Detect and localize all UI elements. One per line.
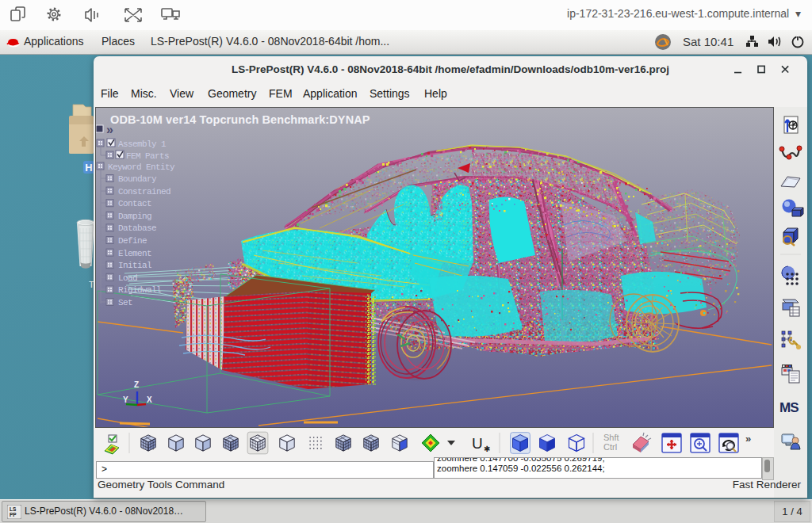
svg-text:Define: Define	[118, 236, 147, 246]
svg-text:»: »	[106, 123, 113, 136]
svg-text:✱: ✱	[484, 445, 490, 453]
svg-text:Constrained: Constrained	[118, 187, 170, 197]
svg-text:Z: Z	[134, 380, 139, 389]
svg-text:X: X	[147, 395, 152, 404]
svg-text:Y: Y	[123, 395, 128, 404]
svg-text:Rigidwall: Rigidwall	[118, 285, 161, 295]
svg-text:LS: LS	[10, 506, 17, 512]
svg-text:Element: Element	[118, 249, 151, 258]
svg-text:Ctrl: Ctrl	[603, 442, 617, 452]
svg-text:Database: Database	[118, 223, 156, 233]
svg-text:FEM Parts: FEM Parts	[126, 151, 169, 161]
svg-text:»: »	[745, 433, 751, 445]
svg-text:H: H	[85, 162, 92, 174]
svg-text:Boundary: Boundary	[118, 174, 157, 184]
svg-text:Set: Set	[118, 298, 132, 307]
svg-text:Assembly 1: Assembly 1	[118, 139, 167, 149]
svg-text:Shft: Shft	[603, 433, 619, 442]
svg-text:ODB-10M ver14 Topcrunch Benchm: ODB-10M ver14 Topcrunch Benchmark:DYNAP	[110, 113, 370, 126]
svg-text:PP: PP	[10, 512, 17, 517]
svg-text:Damping: Damping	[118, 212, 151, 221]
svg-text:Contact: Contact	[118, 199, 151, 208]
svg-text:Keyword Entity: Keyword Entity	[108, 162, 175, 172]
svg-text:MS: MS	[779, 400, 799, 415]
svg-text:U: U	[472, 435, 483, 452]
svg-text:Initial: Initial	[118, 261, 151, 270]
svg-text:Load: Load	[118, 273, 137, 283]
